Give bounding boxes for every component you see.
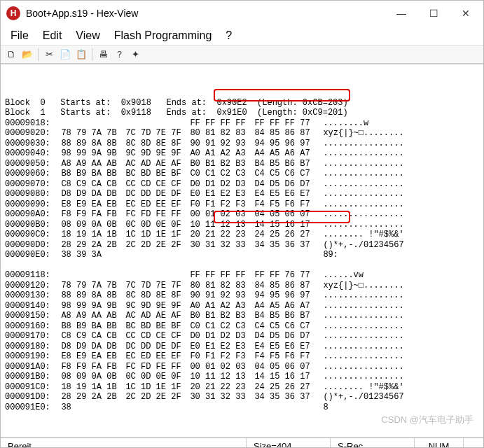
hex-row[interactable]: 000090B0: 08 09 0A 0B0C 0D 0E 0F10 11 12… xyxy=(5,220,479,230)
hex-group: 80 81 82 83 xyxy=(190,281,254,291)
hex-group: B0 B1 B2 B3 xyxy=(190,311,254,321)
hex-row[interactable]: 00009090: E8 E9 EA EBEC ED EE EFF0 F1 F2… xyxy=(5,200,479,210)
hex-group xyxy=(254,250,319,260)
hex-row[interactable]: 00009120: 78 79 7A 7B7C 7D 7E 7F80 81 82… xyxy=(5,281,479,291)
hex-row[interactable]: 000091D0: 28 29 2A 2B2C 2D 2E 2F30 31 32… xyxy=(5,392,479,402)
hex-address: 00009160: xyxy=(5,321,51,332)
hex-group xyxy=(190,250,254,260)
status-num: NUM xyxy=(415,438,464,448)
hex-group: B4 B5 B6 B7 xyxy=(254,311,319,321)
hex-group: 7C 7D 7E 7F xyxy=(125,281,190,291)
menu-help[interactable]: ? xyxy=(220,28,237,43)
hex-address: 00009040: xyxy=(5,148,51,159)
hex-address: 00009070: xyxy=(5,179,51,190)
print-icon[interactable]: 🖶 xyxy=(95,47,111,62)
open-icon[interactable]: 📂 xyxy=(20,47,35,62)
hex-group: F4 F5 F6 F7 xyxy=(254,351,319,362)
hex-row[interactable]: 00009080: D8 D9 DA DBDC DD DE DFE0 E1 E2… xyxy=(5,189,479,200)
hex-group: 24 25 26 27 xyxy=(254,382,319,393)
hex-group: 30 31 32 33 xyxy=(190,392,254,402)
about-icon[interactable]: ？ xyxy=(111,47,127,62)
maximize-button[interactable]: ☐ xyxy=(417,2,450,24)
new-icon[interactable]: 🗋 xyxy=(4,47,19,62)
hex-row[interactable]: 00009018: FF FF FF FFFF FF FF 77........… xyxy=(5,118,479,129)
hex-group: D0 D1 D2 D3 xyxy=(190,331,254,342)
hex-group: FF FF FF FF xyxy=(190,118,254,129)
hex-group: D0 D1 D2 D3 xyxy=(190,179,254,190)
hex-group: A4 A5 A6 A7 xyxy=(254,148,319,159)
close-button[interactable]: ✕ xyxy=(450,2,482,24)
menu-flash-programming[interactable]: Flash Programming xyxy=(109,28,218,43)
hex-ascii: ................ xyxy=(319,351,403,362)
hex-row[interactable]: 000090A0: F8 F9 FA FBFC FD FE FF00 01 02… xyxy=(5,209,479,220)
hex-group xyxy=(125,270,190,281)
hex-row[interactable]: 000091A0: F8 F9 FA FBFC FD FE FF00 01 02… xyxy=(5,362,479,372)
hex-row[interactable]: 000091E0: 38 8 xyxy=(5,402,479,413)
hex-address: 00009060: xyxy=(5,169,51,179)
hex-group: CC CD CE CF xyxy=(125,331,190,342)
info-icon[interactable]: ✦ xyxy=(127,47,143,62)
hex-group: 1C 1D 1E 1F xyxy=(125,382,190,393)
hex-row[interactable]: 000090C0: 18 19 1A 1B1C 1D 1E 1F20 21 22… xyxy=(5,230,479,240)
hex-group: C8 C9 CA CB xyxy=(61,331,125,342)
hex-group: 2C 2D 2E 2F xyxy=(125,240,190,251)
hex-group: 98 99 9A 9B xyxy=(61,148,125,159)
hex-group: F8 F9 FA FB xyxy=(61,209,125,220)
hex-row[interactable]: 00009070: C8 C9 CA CBCC CD CE CFD0 D1 D2… xyxy=(5,179,479,190)
hex-address: 000090A0: xyxy=(5,209,51,220)
hex-group: 38 39 3A xyxy=(61,250,125,260)
hex-group: 80 81 82 83 xyxy=(190,128,254,139)
hex-row[interactable]: 000090D0: 28 29 2A 2B2C 2D 2E 2F30 31 32… xyxy=(5,240,479,251)
paste-icon[interactable]: 📋 xyxy=(74,47,89,62)
minimize-button[interactable]: — xyxy=(385,2,417,24)
hex-row[interactable]: 00009190: E8 E9 EA EBEC ED EE EFF0 F1 F2… xyxy=(5,351,479,362)
hex-group: 78 79 7A 7B xyxy=(61,281,125,291)
menu-file[interactable]: File xyxy=(5,28,34,43)
hex-address: 000091D0: xyxy=(5,392,51,402)
hex-group: 7C 7D 7E 7F xyxy=(125,128,190,139)
hex-group: 28 29 2A 2B xyxy=(61,392,125,402)
hex-group: 30 31 32 33 xyxy=(190,240,254,251)
hex-group: 98 99 9A 9B xyxy=(61,301,125,312)
hex-row[interactable]: 00009170: C8 C9 CA CBCC CD CE CFD0 D1 D2… xyxy=(5,331,479,342)
hex-group: CC CD CE CF xyxy=(125,179,190,190)
hex-address: 000090B0: xyxy=(5,220,51,230)
menu-view[interactable]: View xyxy=(70,28,105,43)
hex-group: 14 15 16 17 xyxy=(254,220,319,230)
hex-row[interactable] xyxy=(5,260,479,271)
hex-row[interactable]: 00009150: A8 A9 AA ABAC AD AE AFB0 B1 B2… xyxy=(5,311,479,321)
hex-group: 9C 9D 9E 9F xyxy=(125,148,190,159)
hex-row[interactable]: 00009060: B8 B9 BA BBBC BD BE BFC0 C1 C2… xyxy=(5,169,479,179)
hex-group: E8 E9 EA EB xyxy=(61,351,125,362)
cut-icon[interactable]: ✂ xyxy=(41,47,57,62)
hex-ascii: ................ xyxy=(319,372,403,382)
hex-row[interactable]: 000090E0: 38 39 3A 89: xyxy=(5,250,479,260)
toolbar-separator xyxy=(92,48,92,61)
hex-row[interactable]: 00009180: D8 D9 DA DBDC DD DE DFE0 E1 E2… xyxy=(5,342,479,352)
hex-row[interactable]: 00009020: 78 79 7A 7B7C 7D 7E 7F80 81 82… xyxy=(5,128,479,139)
hex-row[interactable]: 00009140: 98 99 9A 9B9C 9D 9E 9FA0 A1 A2… xyxy=(5,301,479,312)
hex-ascii: ........ !"#$%&' xyxy=(319,230,403,240)
hex-row[interactable]: 000091B0: 08 09 0A 0B0C 0D 0E 0F10 11 12… xyxy=(5,372,479,382)
hex-row[interactable]: 000091C0: 18 19 1A 1B1C 1D 1E 1F20 21 22… xyxy=(5,382,479,393)
hex-address: 000091A0: xyxy=(5,362,51,372)
hex-row[interactable]: 00009040: 98 99 9A 9B9C 9D 9E 9FA0 A1 A2… xyxy=(5,148,479,159)
hex-group: FC FD FE FF xyxy=(125,209,190,220)
hex-address: 00009030: xyxy=(5,139,51,149)
menu-edit[interactable]: Edit xyxy=(37,28,68,43)
hex-ascii: ................ xyxy=(319,311,403,321)
hex-row[interactable]: 00009130: 88 89 8A 8B8C 8D 8E 8F90 91 92… xyxy=(5,290,479,301)
hex-row[interactable]: 00009118: FF FF FF FFFF FF 76 77......vw xyxy=(5,270,479,281)
hex-ascii: ................ xyxy=(319,189,403,200)
hex-address: 000090E0: xyxy=(5,250,51,260)
hex-row[interactable]: 00009030: 88 89 8A 8B8C 8D 8E 8F90 91 92… xyxy=(5,139,479,149)
copy-icon[interactable]: 📄 xyxy=(57,47,73,62)
menubar: File Edit View Flash Programming ? xyxy=(1,26,483,46)
hex-address: 00009018: xyxy=(5,118,51,129)
hex-group: E0 E1 E2 E3 xyxy=(190,189,254,200)
hex-group: F8 F9 FA FB xyxy=(61,362,125,372)
hex-group: 10 11 12 13 xyxy=(190,372,254,382)
hex-view[interactable]: Block 0 Starts at: 0x9018 Ends at: 0x90E… xyxy=(1,64,483,438)
hex-row[interactable]: 00009160: B8 B9 BA BBBC BD BE BFC0 C1 C2… xyxy=(5,321,479,332)
hex-row[interactable]: 00009050: A8 A9 AA ABAC AD AE AFB0 B1 B2… xyxy=(5,159,479,169)
